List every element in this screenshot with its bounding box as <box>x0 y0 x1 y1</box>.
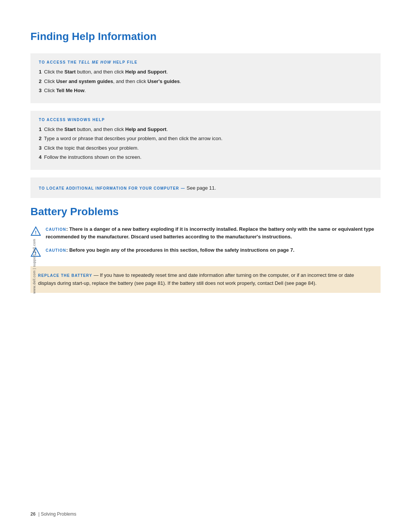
replace-battery-box: Replace the battery — If you have to rep… <box>30 266 381 293</box>
list-item: 1 Click the Start button, and then click… <box>39 68 372 76</box>
windows-help-steps: 1 Click the Start button, and then click… <box>39 126 372 161</box>
page-title: Finding Help Information <box>30 30 381 43</box>
locate-ref: See page 11. <box>186 185 216 191</box>
step-num: 1 <box>39 69 41 75</box>
caution-block-2: ! Caution: Before you begin any of the p… <box>30 246 381 259</box>
step-num: 1 <box>39 126 41 132</box>
step-num: 3 <box>39 88 41 93</box>
list-item: 2 Type a word or phrase that describes y… <box>39 135 372 142</box>
list-item: 4 Follow the instructions shown on the s… <box>39 153 372 161</box>
step-num: 2 <box>39 136 41 141</box>
warning-triangle-icon: ! <box>30 226 41 237</box>
caution-1-body: There is a danger of a new battery explo… <box>46 226 374 240</box>
caution-2-text: Caution: Before you begin any of the pro… <box>46 246 295 254</box>
caution-label-2: Caution <box>46 248 66 252</box>
page-number: 26 <box>30 511 35 517</box>
tell-me-how-steps: 1 Click the Start button, and then click… <box>39 68 372 94</box>
footer: 26 | Solving Problems <box>30 511 76 517</box>
caution-1-text: Caution: There is a danger of a new batt… <box>46 225 381 241</box>
caution-block-1: ! Caution: There is a danger of a new ba… <box>30 225 381 241</box>
footer-section: Solving Problems <box>41 511 76 517</box>
windows-help-box: To access Windows help 1 Click the Start… <box>30 111 381 170</box>
caution-2-body: Before you begin any of the procedures i… <box>69 247 295 253</box>
list-item: 3 Click Tell Me How. <box>39 87 372 94</box>
locate-label: To locate additional information for you… <box>39 186 179 190</box>
step-num: 3 <box>39 145 41 151</box>
heading-suffix: help file <box>112 60 138 64</box>
list-item: 3 Click the topic that describes your pr… <box>39 144 372 152</box>
locate-info-box: To locate additional information for you… <box>30 177 381 198</box>
locate-dash: — <box>181 186 186 190</box>
heading-prefix: To access the <box>39 60 78 64</box>
step-num: 4 <box>39 154 41 160</box>
heading-italic: Tell Me How <box>78 60 111 64</box>
list-item: 2 Click User and system guides, and then… <box>39 78 372 85</box>
list-item: 1 Click the Start button, and then click… <box>39 126 372 133</box>
tell-me-how-heading: To access the Tell Me How help file <box>39 60 372 64</box>
replace-label: Replace the battery <box>38 273 92 278</box>
side-watermark: www.dell.com | support.dell.com <box>32 239 36 294</box>
tell-me-how-box: To access the Tell Me How help file 1 Cl… <box>30 53 381 103</box>
step-num: 2 <box>39 78 41 84</box>
svg-text:!: ! <box>35 230 37 235</box>
battery-title: Battery Problems <box>30 206 381 218</box>
windows-help-heading: To access Windows help <box>39 118 372 122</box>
caution-label-1: Caution <box>46 227 66 232</box>
